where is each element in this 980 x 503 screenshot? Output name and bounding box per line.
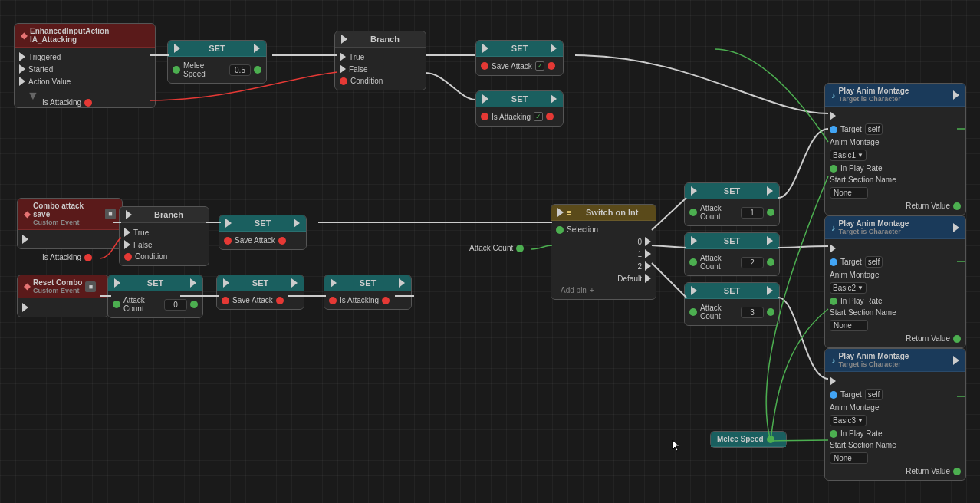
play-anim-2-play-rate: In Play Rate [840, 297, 882, 305]
set2-exec-out [551, 44, 557, 53]
switch-exec-in [557, 208, 564, 217]
combo-collapse-btn[interactable]: ■ [105, 209, 116, 219]
play-anim-2-play-rate-in [830, 298, 837, 305]
play-anim-1-subtitle: Target is Character [839, 95, 909, 103]
set2-save-attack: Save Attack [492, 62, 532, 71]
melee-speed-input[interactable] [229, 64, 251, 76]
is-attacking-indicator: Is Attacking [42, 98, 92, 107]
play-anim-3-title: Play Anim Montage [839, 352, 909, 360]
branch2-false-out [124, 240, 130, 249]
play-anim-3-anim-select[interactable]: Basic3 ▼ [830, 415, 867, 426]
set3-checkbox[interactable]: ✓ [534, 112, 543, 121]
set3-is-attacking: Is Attacking [492, 113, 531, 121]
attack-count-input-1[interactable] [741, 207, 764, 219]
set2-save-attack-in [481, 62, 488, 70]
set10-exec-out [399, 278, 405, 288]
attack-count-input-2[interactable] [741, 257, 764, 268]
set3-is-attacking-in [481, 113, 488, 120]
set5-title: SET [700, 186, 764, 196]
set8-attack-count: Attack Count [123, 296, 161, 313]
switch-default-out [645, 274, 651, 283]
play-anim-2-target-in [830, 258, 837, 266]
set8-title: SET [123, 278, 187, 288]
set10-header: SET [324, 275, 411, 291]
melee-speed-node: Melee Speed [710, 431, 787, 448]
set6-header: SET [685, 233, 779, 249]
set9-exec-in [223, 278, 229, 288]
play-anim-1-anim-label: Anim Montage [830, 138, 879, 146]
set8-header: SET [108, 275, 202, 291]
set4-save-attack: Save Attack [235, 236, 275, 245]
set2-exec-in [482, 44, 488, 53]
branch2-true: True [133, 228, 149, 237]
set6-exec-out [767, 236, 773, 245]
play-anim-1-target-val[interactable]: self [865, 123, 883, 135]
switch-1-label: 1 [637, 250, 642, 258]
play-anim-3-section-input[interactable] [830, 452, 868, 464]
melee-speed-header: Melee Speed [711, 432, 786, 447]
set5-exec-in [691, 186, 697, 196]
set8-attack-count-in [113, 301, 120, 308]
play-anim-1-anim-select[interactable]: Basic1 ▼ [830, 150, 867, 161]
set7-attack-count-in [689, 308, 697, 316]
play-anim-3-play-rate-in [830, 430, 837, 438]
switch-0-out [645, 237, 651, 246]
set-node-8: SET Attack Count [107, 275, 203, 318]
set8-attack-count-out [190, 301, 198, 308]
set1-melee-in [173, 66, 180, 74]
action-value-pin-out [19, 77, 25, 86]
play-anim-1-header: ♪ Play Anim Montage Target is Character [825, 84, 965, 107]
play-anim-1-return-out [953, 202, 961, 210]
combo-event-node: ◆ Combo attack save Custom Event ■ [17, 198, 123, 249]
set5-attack-count: Attack Count [700, 204, 738, 221]
add-pin-row[interactable]: Add pin + [556, 284, 651, 296]
set9-header: SET [217, 275, 304, 291]
set-node-2: SET Save Attack ✓ [475, 40, 564, 76]
play-anim-2-section-label: Start Section Name [830, 308, 896, 317]
switch-title: Switch on Int [574, 208, 649, 217]
switch-header: ≡ Switch on Int [551, 205, 656, 221]
switch-selection-in [556, 226, 564, 234]
branch-node-1: Branch True False Condition [334, 31, 426, 90]
branch1-false: False [349, 65, 367, 74]
attack-count-pin [516, 245, 524, 252]
reset-combo-node: ◆ Reset Combo Custom Event ■ [17, 275, 109, 317]
branch2-true-out [124, 228, 130, 237]
switch-1-out [645, 249, 651, 258]
play-anim-3-return-label: Return Value [906, 467, 950, 475]
triggered-label: Triggered [28, 53, 61, 61]
reset-collapse-btn[interactable]: ■ [85, 281, 96, 292]
set2-title: SET [492, 44, 548, 53]
branch1-condition-label: Condition [350, 77, 383, 85]
reset-combo-title: Reset Combo [33, 278, 82, 287]
play-anim-2-target-val[interactable]: self [865, 256, 883, 268]
set3-title: SET [492, 94, 548, 104]
play-anim-3-anim-label: Anim Montage [830, 403, 879, 412]
set2-checkbox[interactable]: ✓ [535, 61, 544, 71]
is-attacking-pin [84, 99, 92, 107]
play-anim-3-target-val[interactable]: self [865, 389, 883, 400]
set6-exec-in [691, 236, 697, 245]
attack-count-input-0[interactable] [164, 299, 187, 311]
set-node-10: SET Is Attacking [324, 275, 412, 310]
play-anim-3-header: ♪ Play Anim Montage Target is Character [825, 349, 965, 372]
add-pin-label: Add pin [561, 286, 587, 294]
reset-combo-subtitle: Custom Event [33, 287, 82, 294]
set-node-6: SET Attack Count [684, 232, 780, 276]
set10-title: SET [340, 278, 396, 288]
play-anim-2-anim-select[interactable]: Basic2 ▼ [830, 282, 867, 294]
set4-exec-out [294, 219, 300, 228]
play-anim-2-target: Target [840, 258, 862, 266]
play-anim-2-header: ♪ Play Anim Montage Target is Character [825, 216, 965, 239]
set5-exec-out [767, 186, 773, 196]
play-anim-3-play-rate: In Play Rate [840, 429, 882, 438]
melee-speed-title: Melee Speed [717, 435, 764, 443]
play-anim-2-section-input[interactable] [830, 320, 868, 331]
attack-count-input-3[interactable] [741, 307, 764, 318]
switch-on-int-node: ≡ Switch on Int Selection 0 1 2 Default … [551, 204, 656, 300]
is-attacking-indicator-2: Is Attacking [42, 253, 92, 261]
attack-count-indicator: Attack Count [469, 244, 524, 252]
is-attacking-label: Is Attacking [42, 98, 81, 107]
play-anim-1-section-input[interactable] [830, 187, 868, 199]
action-value-label: Action Value [28, 77, 71, 86]
